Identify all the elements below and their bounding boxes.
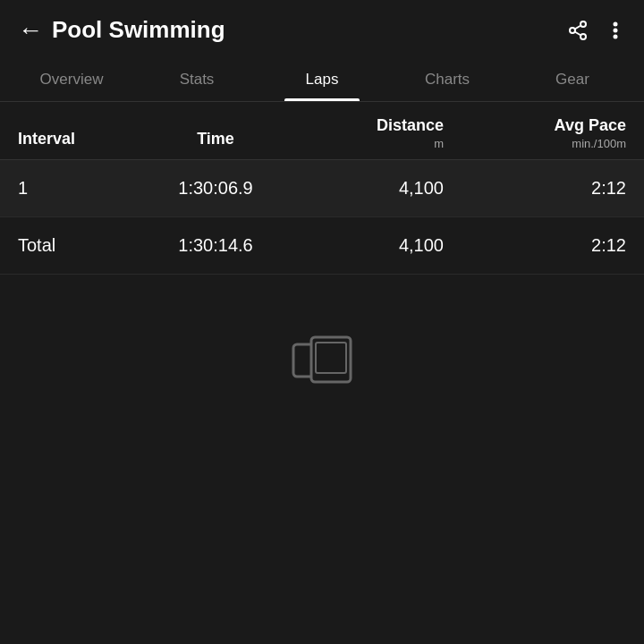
header-actions bbox=[567, 20, 626, 41]
svg-point-5 bbox=[614, 22, 617, 25]
cell-distance-1: 4,100 bbox=[292, 178, 444, 199]
svg-rect-9 bbox=[311, 337, 351, 382]
cell-pace-1: 2:12 bbox=[444, 178, 626, 199]
svg-point-6 bbox=[614, 29, 617, 31]
page-title: Pool Swimming bbox=[52, 16, 225, 44]
cell-time-1: 1:30:06.9 bbox=[140, 178, 292, 199]
tab-laps[interactable]: Laps bbox=[259, 60, 385, 101]
col-header-time: Time bbox=[140, 130, 292, 150]
header: ← Pool Swimming bbox=[0, 0, 644, 53]
back-button[interactable]: ← bbox=[18, 18, 43, 43]
table-header: Interval Time Distance m Avg Pace min./1… bbox=[0, 102, 644, 160]
tab-bar: Overview Stats Laps Charts Gear bbox=[0, 60, 644, 102]
tab-gear[interactable]: Gear bbox=[510, 60, 635, 101]
table-row: Total 1:30:14.6 4,100 2:12 bbox=[0, 217, 644, 275]
cell-interval-1: 1 bbox=[18, 178, 140, 199]
svg-point-7 bbox=[614, 35, 617, 38]
svg-point-1 bbox=[570, 28, 575, 33]
svg-line-4 bbox=[575, 25, 581, 29]
cell-pace-total: 2:12 bbox=[444, 235, 626, 256]
tab-charts[interactable]: Charts bbox=[385, 60, 510, 101]
cell-interval-total: Total bbox=[18, 235, 140, 256]
table-row: 1 1:30:06.9 4,100 2:12 bbox=[0, 160, 644, 217]
share-icon[interactable] bbox=[567, 20, 589, 41]
sync-icon bbox=[286, 328, 358, 389]
cell-time-total: 1:30:14.6 bbox=[140, 235, 292, 256]
tab-overview[interactable]: Overview bbox=[9, 60, 134, 101]
header-left: ← Pool Swimming bbox=[18, 16, 225, 44]
sync-area bbox=[0, 275, 644, 389]
col-header-distance: Distance m bbox=[292, 116, 444, 150]
svg-point-0 bbox=[580, 21, 586, 27]
tab-stats[interactable]: Stats bbox=[134, 60, 259, 101]
col-header-pace: Avg Pace min./100m bbox=[444, 116, 626, 150]
more-options-icon[interactable] bbox=[605, 20, 626, 41]
col-header-interval: Interval bbox=[18, 130, 140, 150]
cell-distance-total: 4,100 bbox=[292, 235, 444, 256]
svg-line-3 bbox=[575, 31, 581, 35]
svg-point-2 bbox=[580, 34, 586, 39]
